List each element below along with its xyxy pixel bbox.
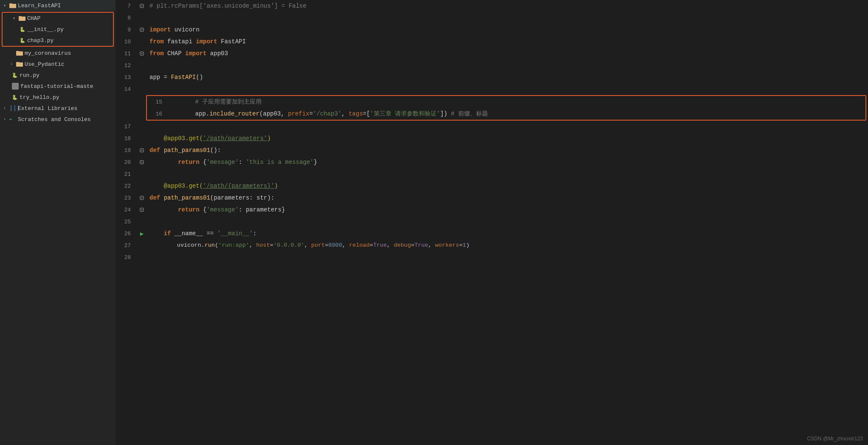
gutter-16 — [169, 108, 178, 120]
line-num-9: 9 — [116, 24, 138, 36]
str-host: '0.0.0.0' — [273, 239, 304, 251]
sidebar-item-use-pydantic[interactable]: › Use_Pydantic — [0, 59, 116, 70]
comment-16: # 前缀、标题 — [451, 108, 488, 120]
sidebar-item-run-py[interactable]: 🐍 run.py — [0, 70, 116, 81]
gutter-10 — [138, 36, 146, 48]
sidebar-item-init-py[interactable]: 🐍 __init__.py — [3, 24, 113, 35]
gutter-24 — [138, 204, 146, 216]
line-num-14: 14 — [116, 83, 138, 95]
param-reload: reload — [349, 239, 370, 251]
gutter-25 — [138, 216, 146, 228]
library-icon: ||| — [9, 105, 16, 112]
code-line-7: 7 # plt.rcParams['axes.unicode_minus'] =… — [116, 0, 868, 12]
str-chap3: '/chap3' — [313, 108, 341, 120]
line-content-27: uvicorn.run('run:app', host='0.0.0.0', p… — [146, 239, 868, 251]
code-line-24: 24 return {'message': parameters} — [116, 204, 868, 216]
param-debug: debug — [394, 239, 411, 251]
arrow-scratches: › — [3, 117, 8, 122]
sidebar-item-fastapi-tutorial[interactable]: fastapi-tutorial-maste — [0, 81, 116, 92]
fold-icon-24 — [140, 208, 144, 212]
code-line-23: 23 def path_params01(parameters: str): — [116, 192, 868, 204]
code-line-19: 19 def path_params01(): — [116, 144, 868, 156]
decorator-18: @app03.get( — [164, 132, 203, 144]
kw-return-24: return — [178, 204, 199, 216]
py-file-icon-run: 🐍 — [12, 73, 18, 78]
sidebar-label-init-py: __init__.py — [27, 26, 64, 33]
line-content-26: if __name__ == '__main__': — [146, 228, 868, 239]
gutter-28 — [138, 251, 146, 263]
sidebar-label-my-coronavirus: my_coronavirus — [25, 50, 71, 56]
line-content-17 — [146, 121, 868, 132]
line-content-25 — [146, 216, 868, 228]
sidebar-item-try-hello-py[interactable]: 🐍 try_hello.py — [0, 92, 116, 103]
code-line-17: 17 — [116, 121, 868, 132]
gutter-15 — [169, 96, 178, 108]
line-num-24: 24 — [116, 204, 138, 216]
scratch-icon: ✏ — [9, 116, 16, 123]
str-tags: '第三章 请求参数和验证' — [370, 108, 440, 120]
line-content-13: app = FastAPI() — [146, 71, 868, 83]
kw-from-11: from — [149, 48, 164, 59]
sidebar-label-external-libraries: External Libraries — [18, 105, 77, 112]
line-content-11: from CHAP import app03 — [146, 48, 868, 59]
run-icon-26: ▶ — [140, 230, 144, 237]
code-line-25: 25 — [116, 216, 868, 228]
str-main: '__main__' — [217, 228, 253, 239]
gutter-18 — [138, 132, 146, 144]
line-content-16: app.include_router(app03, prefix='/chap3… — [178, 108, 865, 120]
line-num-17: 17 — [116, 121, 138, 132]
str-message-key-2: 'message' — [206, 204, 239, 216]
str-path-param-curly: '/path/{parameters}' — [203, 180, 274, 192]
line-content-9: import uvicorn — [146, 24, 868, 36]
code-line-21: 21 — [116, 168, 868, 180]
kw-return-20: return — [178, 156, 199, 168]
sidebar-label-use-pydantic: Use_Pydantic — [25, 61, 65, 68]
gutter-19 — [138, 144, 146, 156]
kw-import-9: import — [149, 24, 171, 36]
param-prefix: prefix — [288, 108, 309, 120]
line-content-28 — [146, 251, 868, 263]
gutter-8 — [138, 12, 146, 24]
kw-import-11: import — [185, 48, 206, 59]
line-content-19: def path_params01(): — [146, 144, 868, 156]
decorator-22-close: ) — [274, 180, 278, 192]
code-line-9: 9 import uvicorn — [116, 24, 868, 36]
code-line-20: 20 return {'message': 'this is a message… — [116, 156, 868, 168]
sidebar-label-fastapi-tutorial: fastapi-tutorial-maste — [20, 83, 93, 90]
str-run-app: 'run:app' — [218, 239, 249, 251]
line-content-23: def path_params01(parameters: str): — [146, 192, 868, 204]
fold-icon-19 — [140, 148, 144, 152]
sidebar-item-external-libraries[interactable]: › ||| External Libraries — [0, 103, 116, 114]
folder-icon-chap — [19, 15, 25, 22]
line-num-26: 26 — [116, 228, 138, 239]
arrow-learn-fastapi: ▾ — [3, 3, 8, 8]
code-line-22: 22 @app03.get('/path/{parameters}') — [116, 180, 868, 192]
code-area[interactable]: 7 # plt.rcParams['axes.unicode_minus'] =… — [116, 0, 868, 445]
line-num-15: 15 — [147, 96, 169, 108]
sidebar-item-chap[interactable]: ▾ CHAP — [3, 13, 113, 24]
sidebar-item-chap3-py[interactable]: 🐍 chap3.py — [3, 35, 113, 46]
gutter-7 — [138, 0, 146, 12]
num-port: 8000 — [328, 239, 342, 251]
sidebar-item-scratches[interactable]: › ✏ Scratches and Consoles — [0, 114, 116, 125]
py-file-icon-chap3: 🐍 — [20, 38, 25, 43]
fold-icon-11 — [140, 51, 144, 56]
line-content-22: @app03.get('/path/{parameters}') — [146, 180, 868, 192]
line-content-8 — [146, 12, 868, 24]
param-workers: workers — [435, 239, 459, 251]
code-line-12: 12 — [116, 59, 868, 71]
func-path-params01: path_params01 — [164, 144, 210, 156]
decorator-22: @app03.get( — [164, 180, 203, 192]
gutter-11 — [138, 48, 146, 59]
line-num-20: 20 — [116, 156, 138, 168]
code-line-16: 16 app.include_router(app03, prefix='/ch… — [147, 108, 865, 120]
sidebar-item-my-coronavirus[interactable]: my_coronavirus — [0, 48, 116, 59]
code-line-8: 8 — [116, 12, 868, 24]
sidebar-item-learn-fastapi[interactable]: ▾ Learn_FastAPI — [0, 0, 116, 11]
py-file-icon-tryhello: 🐍 — [12, 95, 18, 100]
line-content-21 — [146, 168, 868, 180]
sidebar-label-scratches: Scratches and Consoles — [18, 116, 91, 123]
code-line-14: 14 — [116, 83, 868, 95]
line-num-18: 18 — [116, 132, 138, 144]
gutter-17 — [138, 121, 146, 132]
